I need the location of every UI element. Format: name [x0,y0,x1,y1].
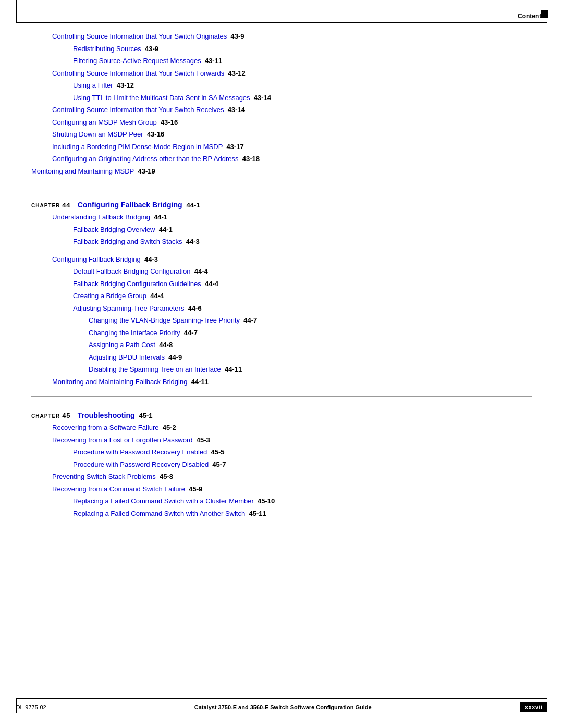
chapter45-page: 45-1 [139,412,152,419]
list-item: Assigning a Path Cost 44-8 [89,340,532,350]
list-item: Recovering from a Software Failure 45-2 [52,423,532,433]
toc-page: 43-12 [228,68,245,79]
toc-link[interactable]: Preventing Switch Stack Problems [52,472,156,482]
toc-link[interactable]: Fallback Bridging Overview [73,225,155,235]
toc-link[interactable]: Changing the VLAN-Bridge Spanning-Tree P… [89,315,240,326]
chapter-label: CHAPTER 44 [31,201,71,209]
toc-page: 43-12 [117,80,134,91]
chapter44-title[interactable]: Configuring Fallback Bridging [78,201,182,209]
toc-link[interactable]: Fallback Bridging and Switch Stacks [73,237,182,247]
list-item: Configuring an Originating Address other… [52,154,532,164]
list-item: Fallback Bridging Configuration Guidelin… [73,279,532,289]
toc-page: 43-18 [242,154,260,164]
toc-link[interactable]: Fallback Bridging Configuration Guidelin… [73,279,201,289]
toc-link[interactable]: Recovering from a Command Switch Failure [52,484,185,495]
list-item: Adjusting BPDU Intervals 44-9 [89,352,532,363]
toc-link[interactable]: Assigning a Path Cost [89,340,155,350]
toc-link[interactable]: Configuring Fallback Bridging [52,254,141,265]
toc-page: 44-6 [188,303,202,314]
toc-link[interactable]: Configuring an MSDP Mesh Group [52,117,157,128]
list-item: Recovering from a Lost or Forgotten Pass… [52,435,532,446]
list-item: Fallback Bridging Overview 44-1 [73,225,532,235]
chapter43-trailing: Controlling Source Information that Your… [31,31,532,176]
toc-page: 44-11 [191,377,209,387]
chapter45-title[interactable]: Troubleshooting [78,411,135,419]
toc-link[interactable]: Controlling Source Information that Your… [52,31,227,42]
list-item: Preventing Switch Stack Problems 45-8 [52,472,532,482]
list-item: Understanding Fallback Bridging 44-1 [52,212,532,223]
list-item: Monitoring and Maintaining Fallback Brid… [52,377,532,387]
toc-page: 43-16 [147,129,164,140]
toc-page: 43-14 [228,105,245,115]
toc-link[interactable]: Creating a Bridge Group [73,291,146,301]
toc-link[interactable]: Replacing a Failed Command Switch with a… [73,496,254,507]
toc-link[interactable]: Filtering Source-Active Request Messages [73,56,201,66]
list-item: Controlling Source Information that Your… [52,31,532,42]
footer-doc-number: OL-9775-02 [16,704,46,710]
list-item: Replacing a Failed Command Switch with A… [73,509,532,519]
chapter44-header: CHAPTER 44 Configuring Fallback Bridging… [31,201,532,209]
list-item: Including a Bordering PIM Dense-Mode Reg… [52,142,532,152]
toc-link[interactable]: Redistributing Sources [73,44,141,54]
toc-page: 43-9 [231,31,244,42]
toc-link[interactable]: Default Fallback Bridging Configuration [73,266,190,277]
toc-link[interactable]: Using TTL to Limit the Multicast Data Se… [73,93,250,103]
toc-link[interactable]: Monitoring and Maintaining MSDP [31,166,134,177]
toc-page: 43-9 [145,44,158,54]
list-item: Fallback Bridging and Switch Stacks 44-3 [73,237,532,247]
list-item: Changing the Interface Priority 44-7 [89,328,532,338]
toc-link[interactable]: Controlling Source Information that Your… [52,68,224,79]
toc-page: 44-8 [159,340,173,350]
toc-link[interactable]: Adjusting BPDU Intervals [89,352,165,363]
list-item: Monitoring and Maintaining MSDP 43-19 [31,166,532,177]
toc-link[interactable]: Adjusting Spanning-Tree Parameters [73,303,184,314]
toc-link[interactable]: Replacing a Failed Command Switch with A… [73,509,245,519]
toc-link[interactable]: Disabling the Spanning Tree on an Interf… [89,364,221,375]
toc-link[interactable]: Recovering from a Software Failure [52,423,158,433]
toc-link[interactable]: Understanding Fallback Bridging [52,212,150,223]
top-left-accent [16,0,17,23]
list-item: Using a Filter 43-12 [73,80,532,91]
toc-page: 44-9 [168,352,182,363]
toc-page: 45-2 [163,423,176,433]
toc-link[interactable]: Configuring an Originating Address other… [52,154,238,164]
chapter-divider [31,396,532,397]
list-item: Configuring Fallback Bridging 44-3 [52,254,532,265]
chapter44-page: 44-1 [187,201,200,209]
toc-page: 45-3 [197,435,210,446]
toc-page: 44-11 [225,364,242,375]
toc-link[interactable]: Procedure with Password Recovery Disable… [73,460,209,470]
chapter44-entries: Understanding Fallback Bridging 44-1 Fal… [31,212,532,387]
toc-page: 44-4 [194,266,208,277]
toc-page: 44-1 [159,225,173,235]
toc-page: 44-3 [144,254,158,265]
chapter-label: CHAPTER 45 [31,412,71,419]
toc-page: 43-19 [138,166,155,177]
list-item: Default Fallback Bridging Configuration … [73,266,532,277]
toc-page: 44-7 [243,315,257,326]
toc-link[interactable]: Changing the Interface Priority [89,328,180,338]
chapter45-entries: Recovering from a Software Failure 45-2 … [31,423,532,519]
toc-link[interactable]: Procedure with Password Recovery Enabled [73,447,207,458]
list-item: Changing the VLAN-Bridge Spanning-Tree P… [89,315,532,326]
toc-link[interactable]: Including a Bordering PIM Dense-Mode Reg… [52,142,223,152]
list-item: Replacing a Failed Command Switch with a… [73,496,532,507]
toc-link[interactable]: Monitoring and Maintaining Fallback Brid… [52,377,187,387]
toc-link[interactable]: Recovering from a Lost or Forgotten Pass… [52,435,193,446]
list-item: Using TTL to Limit the Multicast Data Se… [73,93,532,103]
toc-link[interactable]: Using a Filter [73,80,113,91]
list-item: Procedure with Password Recovery Disable… [73,460,532,470]
toc-page: 45-11 [249,509,266,519]
toc-content: Controlling Source Information that Your… [31,31,532,521]
list-item: Redistributing Sources 43-9 [73,44,532,54]
top-border-line [16,22,547,23]
toc-page: 44-4 [205,279,218,289]
toc-link[interactable]: Shutting Down an MSDP Peer [52,129,143,140]
toc-link[interactable]: Controlling Source Information that Your… [52,105,224,115]
contents-right-block [541,10,548,18]
toc-page: 45-7 [212,460,226,470]
list-item: Controlling Source Information that Your… [52,68,532,79]
footer-page-badge: xxxvii [520,702,547,712]
toc-page: 44-7 [184,328,198,338]
toc-page: 43-17 [227,142,244,152]
